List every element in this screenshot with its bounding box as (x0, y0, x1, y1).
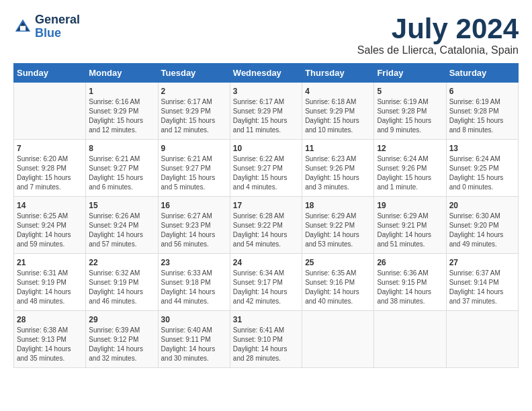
calendar-cell: 30Sunrise: 6:40 AMSunset: 9:11 PMDayligh… (158, 311, 230, 368)
day-number: 30 (161, 315, 227, 324)
day-number: 28 (17, 315, 83, 324)
logo: General Blue (13, 13, 80, 40)
calendar-cell (446, 311, 518, 368)
day-number: 4 (305, 87, 371, 96)
day-info: Sunrise: 6:24 AMSunset: 9:25 PMDaylight:… (449, 154, 515, 192)
title-area: July 2024 Sales de Llierca, Catalonia, S… (357, 13, 519, 56)
day-info: Sunrise: 6:31 AMSunset: 9:19 PMDaylight:… (17, 269, 83, 306)
day-info: Sunrise: 6:27 AMSunset: 9:23 PMDaylight:… (161, 212, 227, 249)
location-title: Sales de Llierca, Catalonia, Spain (357, 44, 519, 56)
calendar-week-4: 21Sunrise: 6:31 AMSunset: 9:19 PMDayligh… (14, 254, 519, 311)
calendar-cell: 10Sunrise: 6:22 AMSunset: 9:27 PMDayligh… (230, 140, 302, 197)
day-info: Sunrise: 6:26 AMSunset: 9:24 PMDaylight:… (89, 212, 154, 249)
day-info: Sunrise: 6:36 AMSunset: 9:15 PMDaylight:… (377, 269, 443, 306)
calendar-cell (302, 311, 374, 368)
calendar-cell: 1Sunrise: 6:16 AMSunset: 9:29 PMDaylight… (86, 83, 158, 140)
day-info: Sunrise: 6:21 AMSunset: 9:27 PMDaylight:… (89, 154, 154, 192)
logo-icon (13, 17, 32, 36)
calendar-cell: 29Sunrise: 6:39 AMSunset: 9:12 PMDayligh… (86, 311, 158, 368)
day-info: Sunrise: 6:19 AMSunset: 9:28 PMDaylight:… (449, 97, 515, 135)
day-number: 17 (233, 201, 299, 210)
header-wednesday: Wednesday (230, 64, 302, 83)
day-info: Sunrise: 6:17 AMSunset: 9:29 PMDaylight:… (161, 97, 227, 135)
day-number: 31 (233, 315, 299, 324)
day-number: 9 (161, 144, 227, 153)
day-number: 1 (89, 87, 154, 96)
day-number: 15 (89, 201, 154, 210)
svg-rect-2 (20, 26, 26, 30)
day-info: Sunrise: 6:21 AMSunset: 9:27 PMDaylight:… (161, 154, 227, 192)
header-friday: Friday (374, 64, 446, 83)
calendar-cell: 15Sunrise: 6:26 AMSunset: 9:24 PMDayligh… (86, 197, 158, 254)
day-info: Sunrise: 6:35 AMSunset: 9:16 PMDaylight:… (305, 269, 371, 306)
calendar-cell: 16Sunrise: 6:27 AMSunset: 9:23 PMDayligh… (158, 197, 230, 254)
header-saturday: Saturday (446, 64, 518, 83)
calendar-cell: 3Sunrise: 6:17 AMSunset: 9:29 PMDaylight… (230, 83, 302, 140)
day-number: 26 (377, 258, 443, 267)
calendar-table: SundayMondayTuesdayWednesdayThursdayFrid… (13, 63, 519, 368)
calendar-cell: 17Sunrise: 6:28 AMSunset: 9:22 PMDayligh… (230, 197, 302, 254)
calendar-cell: 31Sunrise: 6:41 AMSunset: 9:10 PMDayligh… (230, 311, 302, 368)
day-info: Sunrise: 6:32 AMSunset: 9:19 PMDaylight:… (89, 269, 154, 306)
day-number: 3 (233, 87, 299, 96)
day-number: 27 (449, 258, 515, 267)
calendar-cell: 26Sunrise: 6:36 AMSunset: 9:15 PMDayligh… (374, 254, 446, 311)
calendar-cell: 7Sunrise: 6:20 AMSunset: 9:28 PMDaylight… (14, 140, 86, 197)
calendar-cell: 11Sunrise: 6:23 AMSunset: 9:26 PMDayligh… (302, 140, 374, 197)
calendar-cell: 18Sunrise: 6:29 AMSunset: 9:22 PMDayligh… (302, 197, 374, 254)
day-number: 2 (161, 87, 227, 96)
calendar-cell: 27Sunrise: 6:37 AMSunset: 9:14 PMDayligh… (446, 254, 518, 311)
day-info: Sunrise: 6:39 AMSunset: 9:12 PMDaylight:… (89, 326, 154, 363)
calendar-cell: 4Sunrise: 6:18 AMSunset: 9:29 PMDaylight… (302, 83, 374, 140)
calendar-week-3: 14Sunrise: 6:25 AMSunset: 9:24 PMDayligh… (14, 197, 519, 254)
day-number: 8 (89, 144, 154, 153)
day-number: 7 (17, 144, 83, 153)
day-info: Sunrise: 6:38 AMSunset: 9:13 PMDaylight:… (17, 326, 83, 363)
day-info: Sunrise: 6:22 AMSunset: 9:27 PMDaylight:… (233, 154, 299, 192)
day-info: Sunrise: 6:34 AMSunset: 9:17 PMDaylight:… (233, 269, 299, 306)
header-monday: Monday (86, 64, 158, 83)
calendar-week-2: 7Sunrise: 6:20 AMSunset: 9:28 PMDaylight… (14, 140, 519, 197)
logo-text-line1: General (35, 13, 80, 27)
day-number: 25 (305, 258, 371, 267)
day-number: 22 (89, 258, 154, 267)
day-info: Sunrise: 6:30 AMSunset: 9:20 PMDaylight:… (449, 212, 515, 249)
day-info: Sunrise: 6:18 AMSunset: 9:29 PMDaylight:… (305, 97, 371, 135)
day-info: Sunrise: 6:28 AMSunset: 9:22 PMDaylight:… (233, 212, 299, 249)
calendar-cell: 2Sunrise: 6:17 AMSunset: 9:29 PMDaylight… (158, 83, 230, 140)
day-info: Sunrise: 6:29 AMSunset: 9:21 PMDaylight:… (377, 212, 443, 249)
calendar-header-row: SundayMondayTuesdayWednesdayThursdayFrid… (14, 64, 519, 83)
day-info: Sunrise: 6:19 AMSunset: 9:28 PMDaylight:… (377, 97, 443, 135)
calendar-cell: 19Sunrise: 6:29 AMSunset: 9:21 PMDayligh… (374, 197, 446, 254)
day-number: 29 (89, 315, 154, 324)
day-number: 10 (233, 144, 299, 153)
day-info: Sunrise: 6:23 AMSunset: 9:26 PMDaylight:… (305, 154, 371, 192)
day-number: 20 (449, 201, 515, 210)
day-info: Sunrise: 6:29 AMSunset: 9:22 PMDaylight:… (305, 212, 371, 249)
calendar-cell (374, 311, 446, 368)
header-sunday: Sunday (14, 64, 86, 83)
calendar-cell: 25Sunrise: 6:35 AMSunset: 9:16 PMDayligh… (302, 254, 374, 311)
day-info: Sunrise: 6:33 AMSunset: 9:18 PMDaylight:… (161, 269, 227, 306)
calendar-cell (14, 83, 86, 140)
day-info: Sunrise: 6:17 AMSunset: 9:29 PMDaylight:… (233, 97, 299, 135)
calendar-cell: 24Sunrise: 6:34 AMSunset: 9:17 PMDayligh… (230, 254, 302, 311)
calendar-week-5: 28Sunrise: 6:38 AMSunset: 9:13 PMDayligh… (14, 311, 519, 368)
header-thursday: Thursday (302, 64, 374, 83)
calendar-cell: 13Sunrise: 6:24 AMSunset: 9:25 PMDayligh… (446, 140, 518, 197)
day-number: 24 (233, 258, 299, 267)
day-info: Sunrise: 6:37 AMSunset: 9:14 PMDaylight:… (449, 269, 515, 306)
calendar-cell: 22Sunrise: 6:32 AMSunset: 9:19 PMDayligh… (86, 254, 158, 311)
logo-text-line2: Blue (35, 27, 80, 40)
day-number: 6 (449, 87, 515, 96)
calendar-cell: 14Sunrise: 6:25 AMSunset: 9:24 PMDayligh… (14, 197, 86, 254)
day-number: 21 (17, 258, 83, 267)
month-title: July 2024 (357, 13, 519, 44)
day-number: 16 (161, 201, 227, 210)
calendar-cell: 6Sunrise: 6:19 AMSunset: 9:28 PMDaylight… (446, 83, 518, 140)
header: General Blue July 2024 Sales de Llierca,… (13, 13, 519, 56)
calendar-cell: 21Sunrise: 6:31 AMSunset: 9:19 PMDayligh… (14, 254, 86, 311)
calendar-cell: 20Sunrise: 6:30 AMSunset: 9:20 PMDayligh… (446, 197, 518, 254)
day-info: Sunrise: 6:20 AMSunset: 9:28 PMDaylight:… (17, 154, 83, 192)
day-number: 11 (305, 144, 371, 153)
